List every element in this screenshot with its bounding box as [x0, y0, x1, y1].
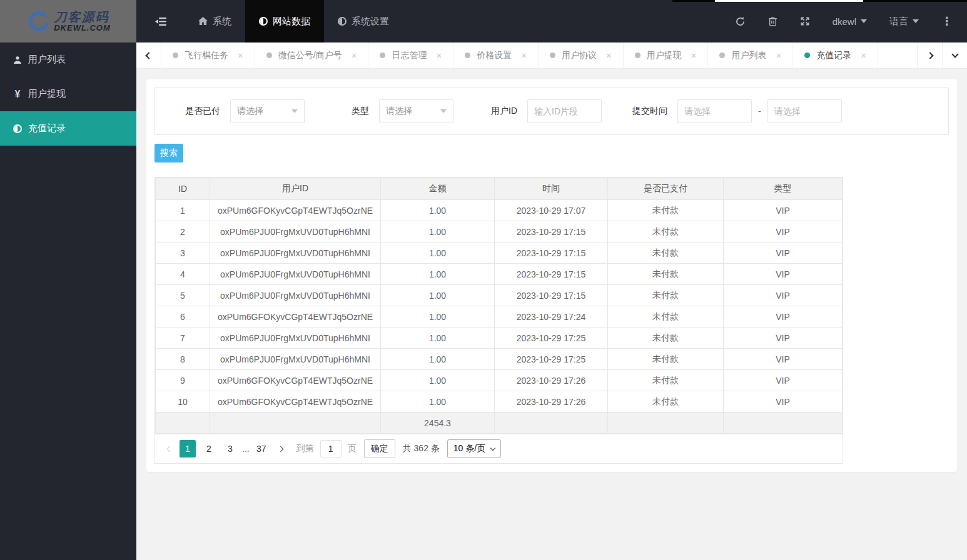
confirm-button[interactable]: 确定: [364, 439, 395, 458]
topbar-right: dkewl 语言 ⋮: [735, 0, 967, 42]
table-cell: oxPUm6PJU0FrgMxUVD0TupH6hMNI: [210, 221, 381, 242]
tab-label: 用户列表: [731, 50, 766, 61]
table-cell: 1: [156, 200, 210, 221]
tab-status-dot-icon: [465, 52, 470, 58]
filter-group-paid: 是否已付 请选择: [185, 99, 305, 123]
tab-close-icon[interactable]: ×: [436, 50, 442, 61]
userid-input[interactable]: [527, 99, 602, 123]
tabs-menu-button[interactable]: [942, 42, 967, 68]
range-separator: -: [758, 106, 761, 116]
table-cell: 1.00: [381, 264, 495, 285]
search-button[interactable]: 搜索: [154, 144, 183, 162]
column-header: 金额: [381, 178, 495, 200]
table-cell: 2: [156, 221, 210, 242]
table-cell: 未付款: [608, 328, 724, 349]
username: dkewl: [833, 16, 856, 27]
nav-item-system-settings[interactable]: 系统设置: [324, 0, 403, 42]
trash-icon[interactable]: [768, 16, 777, 26]
tab-close-icon[interactable]: ×: [606, 50, 612, 61]
table-cell: 8: [156, 349, 210, 370]
total-cell: [156, 412, 210, 434]
logo-subtitle: DKEWL.COM: [54, 24, 111, 32]
tab-label: 充值记录: [816, 50, 851, 61]
tab-status-dot-icon: [380, 52, 385, 58]
total-cell: [495, 412, 608, 434]
filter-label: 提交时间: [632, 106, 667, 117]
table-cell: VIP: [724, 221, 843, 242]
prev-page-button[interactable]: [168, 447, 172, 451]
table-cell: oxPUm6GFOKyvCGpT4EWTJq5OzrNE: [210, 306, 381, 328]
tabs-scroll-right-button[interactable]: [917, 42, 942, 68]
table-cell: VIP: [724, 328, 843, 349]
sidebar-item-label: 用户列表: [28, 54, 66, 66]
page-number[interactable]: 3: [222, 440, 238, 458]
tabs-scroll-left-button[interactable]: [136, 42, 161, 68]
tab-label: 价格设置: [477, 50, 512, 61]
sidebar-collapse-icon[interactable]: [136, 0, 185, 42]
tab-close-icon[interactable]: ×: [352, 50, 357, 61]
tab-item[interactable]: 微信公号/商户号 ×: [255, 42, 369, 68]
more-menu-icon[interactable]: ⋮: [941, 14, 953, 28]
nav-item-system[interactable]: 系统: [185, 0, 245, 42]
tab-item[interactable]: 用户提现 ×: [624, 42, 709, 68]
select-caret-icon: [291, 109, 298, 113]
page-ellipsis: ...: [242, 444, 250, 454]
sidebar-item-user-list[interactable]: 用户列表: [0, 42, 136, 77]
table-cell: 2023-10-29 17:15: [495, 242, 608, 264]
table-row: 2oxPUm6PJU0FrgMxUVD0TupH6hMNI1.002023-10…: [156, 221, 843, 242]
per-page-select[interactable]: 10 条/页: [447, 439, 501, 458]
table-cell: 3: [156, 242, 210, 264]
tab-close-icon[interactable]: ×: [691, 50, 697, 61]
page-number[interactable]: 2: [201, 440, 217, 458]
tab-close-icon[interactable]: ×: [776, 50, 781, 61]
language-dropdown[interactable]: 语言: [889, 16, 919, 28]
total-cell: [210, 412, 381, 434]
tab-label: 日志管理: [392, 50, 427, 61]
table-cell: 未付款: [608, 349, 724, 370]
table-cell: 1.00: [381, 349, 495, 370]
sidebar-item-user-withdraw[interactable]: ¥ 用户提现: [0, 77, 136, 111]
table-cell: 未付款: [608, 221, 724, 242]
table-cell: oxPUm6PJU0FrgMxUVD0TupH6hMNI: [210, 285, 381, 306]
tab-item[interactable]: 用户列表 ×: [708, 42, 793, 68]
table-cell: VIP: [724, 391, 843, 412]
next-page-button[interactable]: [278, 447, 283, 451]
fullscreen-icon[interactable]: [800, 16, 810, 26]
circle-half-icon: [13, 124, 22, 133]
tab-item[interactable]: 用户协议 ×: [539, 42, 624, 68]
tab-close-icon[interactable]: ×: [521, 50, 527, 61]
table-cell: 2023-10-29 17:25: [495, 328, 608, 349]
table-row: 10oxPUm6GFOKyvCGpT4EWTJq5OzrNE1.002023-1…: [156, 391, 843, 412]
table-cell: oxPUm6PJU0FrgMxUVD0TupH6hMNI: [210, 242, 381, 264]
time-start-input[interactable]: [677, 99, 752, 123]
page-number-current[interactable]: 1: [180, 440, 196, 458]
refresh-icon[interactable]: [735, 16, 746, 27]
sidebar-item-recharge-records[interactable]: 充值记录: [0, 111, 136, 146]
logo-text: 刀客源码 DKEWL.COM: [54, 11, 111, 32]
filter-group-type: 类型 请选择: [352, 99, 453, 123]
table-body: 1oxPUm6GFOKyvCGpT4EWTJq5OzrNE1.002023-10…: [156, 200, 843, 412]
tab-item[interactable]: 日志管理 ×: [368, 42, 453, 68]
table-cell: 9: [156, 370, 210, 391]
nav-item-site-data[interactable]: 网站数据: [245, 0, 324, 42]
table-cell: oxPUm6GFOKyvCGpT4EWTJq5OzrNE: [210, 200, 381, 221]
yen-icon: ¥: [13, 89, 22, 100]
tab-item[interactable]: 飞行棋任务 ×: [161, 42, 255, 68]
table-cell: 7: [156, 328, 210, 349]
jump-page-input[interactable]: [320, 440, 342, 458]
table-cell: 未付款: [608, 200, 724, 221]
tab-item-active[interactable]: 充值记录 ×: [793, 42, 878, 68]
type-select[interactable]: 请选择: [379, 99, 453, 123]
tab-close-icon[interactable]: ×: [861, 50, 866, 61]
logo-swoosh-icon: [26, 9, 49, 33]
table-cell: 1.00: [381, 391, 495, 412]
time-end-input[interactable]: [767, 99, 842, 123]
tab-item[interactable]: 价格设置 ×: [453, 42, 539, 68]
table-row: 4oxPUm6PJU0FrgMxUVD0TupH6hMNI1.002023-10…: [156, 264, 843, 285]
user-dropdown[interactable]: dkewl: [833, 16, 867, 27]
page-number[interactable]: 37: [253, 440, 270, 458]
tab-close-icon[interactable]: ×: [238, 50, 243, 61]
paid-select[interactable]: 请选择: [230, 99, 305, 123]
logo[interactable]: 刀客源码 DKEWL.COM: [0, 0, 136, 42]
table-row: 9oxPUm6GFOKyvCGpT4EWTJq5OzrNE1.002023-10…: [156, 370, 843, 391]
